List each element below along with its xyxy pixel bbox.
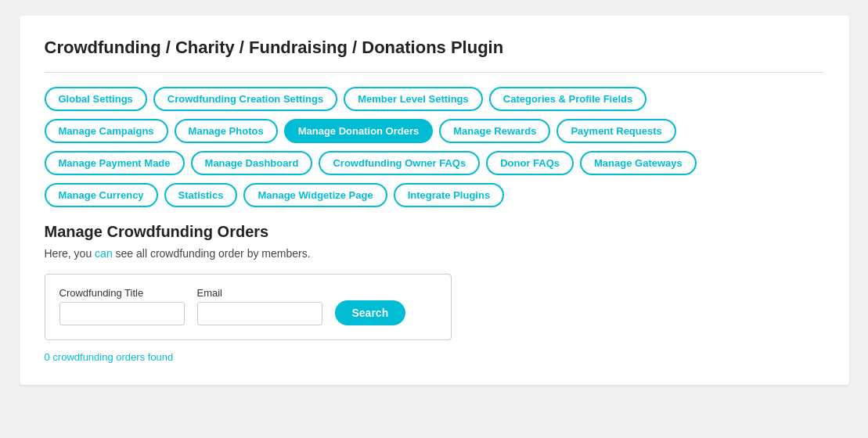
nav-btn-payment-requests[interactable]: Payment Requests bbox=[556, 119, 675, 143]
search-fields: Crowdfunding Title Email Search bbox=[59, 287, 437, 325]
result-text: 0 crowdfunding orders found bbox=[45, 351, 824, 363]
nav-btn-crowdfunding-creation-settings[interactable]: Crowdfunding Creation Settings bbox=[153, 87, 337, 111]
divider bbox=[45, 72, 824, 73]
page-title: Crowdfunding / Charity / Fundraising / D… bbox=[45, 38, 824, 58]
nav-btn-manage-dashboard[interactable]: Manage Dashboard bbox=[191, 151, 313, 175]
email-label: Email bbox=[197, 287, 322, 299]
crowdfunding-title-input[interactable] bbox=[59, 302, 185, 325]
nav-btn-categories--profile-fields[interactable]: Categories & Profile Fields bbox=[489, 87, 646, 111]
nav-btn-statistics[interactable]: Statistics bbox=[164, 183, 238, 207]
nav-btn-crowdfunding-owner-faqs[interactable]: Crowdfunding Owner FAQs bbox=[319, 151, 480, 175]
title-field-group: Crowdfunding Title bbox=[59, 287, 185, 325]
section-description: Here, you can see all crowdfunding order… bbox=[45, 247, 824, 260]
nav-row-1: Manage CampaignsManage PhotosManage Dona… bbox=[45, 119, 824, 143]
nav-btn-global-settings[interactable]: Global Settings bbox=[45, 87, 147, 111]
nav-btn-manage-currency[interactable]: Manage Currency bbox=[45, 183, 158, 207]
email-field-group: Email bbox=[197, 287, 322, 325]
nav-btn-manage-rewards[interactable]: Manage Rewards bbox=[439, 119, 550, 143]
nav-btn-manage-widgetize-page[interactable]: Manage Widgetize Page bbox=[243, 183, 387, 207]
nav-row-2: Manage Payment MadeManage DashboardCrowd… bbox=[45, 151, 824, 175]
search-button[interactable]: Search bbox=[335, 300, 406, 325]
nav-btn-manage-photos[interactable]: Manage Photos bbox=[175, 119, 278, 143]
nav-row-0: Global SettingsCrowdfunding Creation Set… bbox=[45, 87, 824, 111]
nav-btn-manage-donation-orders[interactable]: Manage Donation Orders bbox=[284, 119, 434, 143]
nav-btn-manage-gateways[interactable]: Manage Gateways bbox=[580, 151, 697, 175]
main-card: Crowdfunding / Charity / Fundraising / D… bbox=[20, 16, 849, 385]
nav-btn-manage-campaigns[interactable]: Manage Campaigns bbox=[45, 119, 168, 143]
nav-container: Global SettingsCrowdfunding Creation Set… bbox=[45, 87, 824, 207]
section-title: Manage Crowdfunding Orders bbox=[45, 223, 824, 241]
nav-btn-manage-payment-made[interactable]: Manage Payment Made bbox=[45, 151, 185, 175]
nav-btn-integrate-plugins[interactable]: Integrate Plugins bbox=[394, 183, 504, 207]
nav-btn-member-level-settings[interactable]: Member Level Settings bbox=[344, 87, 483, 111]
search-box: Crowdfunding Title Email Search bbox=[45, 274, 452, 340]
desc-link: can bbox=[95, 247, 113, 260]
email-input[interactable] bbox=[197, 302, 322, 325]
nav-row-3: Manage CurrencyStatisticsManage Widgetiz… bbox=[45, 183, 824, 207]
title-label: Crowdfunding Title bbox=[59, 287, 185, 299]
nav-btn-donor-faqs[interactable]: Donor FAQs bbox=[486, 151, 574, 175]
